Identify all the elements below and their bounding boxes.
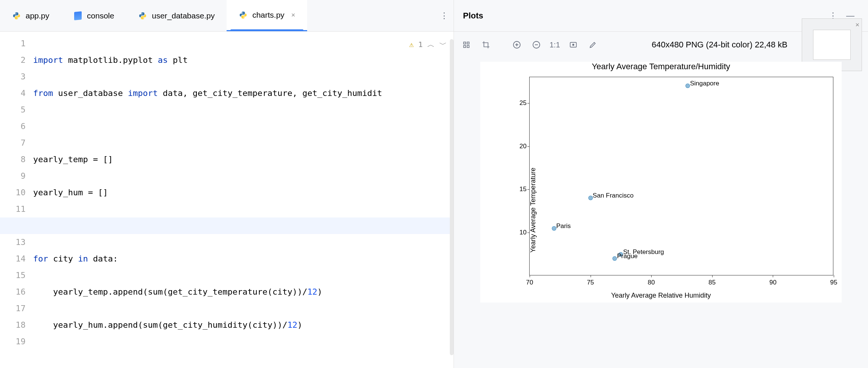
tab-options-menu[interactable]: ⋮ bbox=[435, 11, 454, 21]
zoom-in-icon[interactable] bbox=[510, 38, 523, 51]
svg-rect-2 bbox=[464, 46, 466, 48]
svg-rect-3 bbox=[467, 46, 469, 48]
data-label: San Francisco bbox=[593, 192, 634, 199]
x-tick: 95 bbox=[830, 279, 838, 286]
data-label: Paris bbox=[556, 222, 571, 230]
plots-toolbar: 1:1 640x480 PNG (24-bit color) 22,48 kB … bbox=[454, 32, 868, 58]
zoom-out-icon[interactable] bbox=[530, 38, 543, 51]
scatter-chart: Yearly Average Temperature/Humidity 7075… bbox=[480, 62, 842, 303]
editor-scrollbar[interactable] bbox=[450, 39, 454, 355]
close-icon[interactable]: × bbox=[855, 21, 859, 29]
close-icon[interactable]: × bbox=[291, 11, 295, 19]
y-axis-label: Yearly Average Temperature bbox=[529, 168, 537, 253]
line-gutter: 123 456 789 101112 131415 161718 19 bbox=[0, 32, 33, 368]
svg-point-7 bbox=[573, 44, 574, 46]
y-tick: 25 bbox=[511, 99, 527, 107]
crop-icon[interactable] bbox=[480, 38, 492, 51]
svg-rect-1 bbox=[467, 42, 469, 44]
zoom-ratio[interactable]: 1:1 bbox=[550, 41, 560, 49]
x-tick: 70 bbox=[526, 279, 533, 286]
data-label: Singapore bbox=[690, 80, 719, 87]
data-point bbox=[552, 226, 556, 231]
edit-icon[interactable] bbox=[586, 38, 599, 51]
tab-label: user_database.py bbox=[152, 11, 215, 20]
console-icon bbox=[73, 11, 82, 20]
chart-title: Yearly Average Temperature/Humidity bbox=[480, 62, 842, 71]
editor-tabs: app.py console user_database.py charts.p… bbox=[0, 0, 454, 32]
y-tick: 20 bbox=[511, 143, 527, 150]
prev-highlight-icon[interactable]: ︿ bbox=[427, 36, 435, 53]
tab-user-database-py[interactable]: user_database.py bbox=[126, 0, 227, 31]
panel-title: Plots bbox=[463, 11, 483, 21]
tab-charts-py[interactable]: charts.py × bbox=[227, 0, 307, 31]
editor-inspection-overlay: ⚠ 1 ︿ ﹀ bbox=[409, 36, 447, 53]
y-tick: 10 bbox=[511, 229, 527, 236]
python-icon bbox=[12, 11, 21, 20]
warning-icon[interactable]: ⚠ bbox=[409, 36, 414, 53]
tab-label: console bbox=[87, 11, 114, 20]
fit-icon[interactable] bbox=[460, 38, 473, 51]
data-point bbox=[685, 84, 690, 88]
data-point bbox=[588, 196, 593, 200]
data-point bbox=[612, 256, 617, 261]
next-highlight-icon[interactable]: ﹀ bbox=[439, 36, 447, 53]
data-label: Prague bbox=[617, 252, 638, 260]
x-tick: 90 bbox=[769, 279, 777, 286]
plot-image-info: 640x480 PNG (24-bit color) 22,48 kB bbox=[652, 40, 787, 50]
tab-console[interactable]: console bbox=[61, 0, 126, 31]
plot-viewport[interactable]: Yearly Average Temperature/Humidity 7075… bbox=[454, 58, 868, 368]
python-icon bbox=[239, 11, 248, 20]
code-editor[interactable]: 123 456 789 101112 131415 161718 19 impo… bbox=[0, 32, 454, 368]
tab-label: app.py bbox=[26, 11, 49, 20]
actual-size-icon[interactable] bbox=[567, 38, 580, 51]
x-tick: 85 bbox=[708, 279, 716, 286]
x-tick: 80 bbox=[648, 279, 655, 286]
python-icon bbox=[138, 11, 147, 20]
y-tick: 15 bbox=[511, 186, 527, 193]
tab-label: charts.py bbox=[252, 11, 284, 20]
x-axis-label: Yearly Average Relative Humidity bbox=[480, 292, 842, 300]
warning-count: 1 bbox=[418, 36, 423, 53]
svg-rect-0 bbox=[464, 42, 466, 44]
x-tick: 75 bbox=[587, 279, 594, 286]
code-content[interactable]: import matplotlib.pyplot as plt from use… bbox=[33, 32, 454, 368]
tab-app-py[interactable]: app.py bbox=[0, 0, 61, 31]
